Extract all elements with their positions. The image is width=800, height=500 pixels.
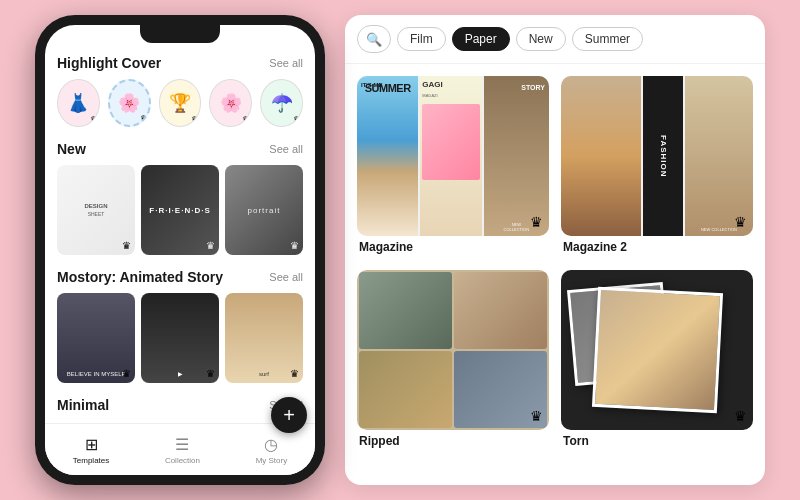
magazine-label: Magazine [357,240,549,254]
highlight-circle-3[interactable]: 🏆 ♛ [159,79,202,127]
crown-badge-anim-2: ♛ [206,368,215,379]
animated-section-header: Mostory: Animated Story See all [57,269,303,285]
animated-section-see-all[interactable]: See all [269,271,303,283]
nav-templates-label: Templates [73,456,109,465]
new-template-2[interactable]: F·R·I·E·N·D·S ♛ [141,165,219,255]
new-templates-row: DESIGN SHEET ♛ F·R·I·E·N·D·S ♛ portrait … [57,165,303,255]
templates-nav-icon: ⊞ [85,435,98,454]
magazine-crown: ♛ [530,214,543,230]
crown-icon-4: ♛ [242,115,249,124]
crown-badge-2: ♛ [206,240,215,251]
highlight-circle-5[interactable]: ☂️ ♛ [260,79,303,127]
filter-paper[interactable]: Paper [452,27,510,51]
new-section-title: New [57,141,86,157]
animated-section-title: Mostory: Animated Story [57,269,223,285]
magazine2-card[interactable]: FASHION NEW COLLECTION ♛ [561,76,753,236]
animated-row: BELIEVE IN MYSELF ♛ ▶ ♛ surf ♛ [57,293,303,383]
phone-mockup: Highlight Cover See all 👗 ♛ 🌸 ♛ 🏆 ♛ 🌸 [35,15,325,485]
crown-icon-1: ♛ [90,115,97,124]
highlight-circle-2[interactable]: 🌸 ♛ [108,79,151,127]
nav-collection-label: Collection [165,456,200,465]
phone-notch [140,25,220,43]
highlight-cover-row: 👗 ♛ 🌸 ♛ 🏆 ♛ 🌸 ♛ ☂️ ♛ [57,79,303,127]
torn-card[interactable]: ♛ [561,270,753,430]
magazine2-label: Magazine 2 [561,240,753,254]
crown-icon-3: ♛ [191,115,198,124]
fab-button[interactable]: + [271,397,307,433]
highlight-cover-title: Highlight Cover [57,55,161,71]
collection-nav-icon: ☰ [175,435,189,454]
torn-label: Torn [561,434,753,448]
nav-mystory-label: My Story [256,456,288,465]
bottom-nav: ⊞ Templates ☰ Collection ◷ My Story [45,423,315,475]
grid-item-magazine2[interactable]: FASHION NEW COLLECTION ♛ Magazine 2 [561,76,753,254]
crown-badge-3: ♛ [290,240,299,251]
crown-badge-anim-1: ♛ [122,368,131,379]
nav-templates[interactable]: ⊞ Templates [73,435,109,465]
filter-summer[interactable]: Summer [572,27,643,51]
crown-badge-anim-3: ♛ [290,368,299,379]
filter-new[interactable]: New [516,27,566,51]
ripped-crown: ♛ [530,408,543,424]
magazine-card[interactable]: IT'S ME SUMMER GAGI MAGAZI STORY NEWCOLL… [357,76,549,236]
nav-mystory[interactable]: ◷ My Story [256,435,288,465]
ripped-card[interactable]: ♛ [357,270,549,430]
torn-crown: ♛ [734,408,747,424]
new-section-see-all[interactable]: See all [269,143,303,155]
new-section-header: New See all [57,141,303,157]
phone-scroll-content[interactable]: Highlight Cover See all 👗 ♛ 🌸 ♛ 🏆 ♛ 🌸 [45,25,315,423]
highlight-circle-4[interactable]: 🌸 ♛ [209,79,252,127]
phone-screen: Highlight Cover See all 👗 ♛ 🌸 ♛ 🏆 ♛ 🌸 [45,25,315,475]
grid-row-1: IT'S ME SUMMER GAGI MAGAZI STORY NEWCOLL… [357,76,753,254]
right-panel: 🔍 Film Paper New Summer IT'S ME SUMMER G… [345,15,765,485]
template-grid[interactable]: IT'S ME SUMMER GAGI MAGAZI STORY NEWCOLL… [345,64,765,485]
crown-icon-5: ♛ [293,115,300,124]
filter-bar: 🔍 Film Paper New Summer [345,15,765,64]
mystory-nav-icon: ◷ [264,435,278,454]
crown-icon-2: ♛ [140,114,147,123]
search-icon: 🔍 [366,32,382,47]
ripped-label: Ripped [357,434,549,448]
grid-row-2: ♛ Ripped ♛ Torn [357,270,753,448]
grid-item-magazine[interactable]: IT'S ME SUMMER GAGI MAGAZI STORY NEWCOLL… [357,76,549,254]
grid-item-torn[interactable]: ♛ Torn [561,270,753,448]
search-filter-button[interactable]: 🔍 [357,25,391,53]
filter-film[interactable]: Film [397,27,446,51]
crown-badge-1: ♛ [122,240,131,251]
highlight-cover-section-header: Highlight Cover See all [57,55,303,71]
minimal-section-title: Minimal [57,397,109,413]
new-template-3[interactable]: portrait ♛ [225,165,303,255]
minimal-section-header: Minimal See all [57,397,303,413]
anim-card-1[interactable]: BELIEVE IN MYSELF ♛ [57,293,135,383]
highlight-cover-see-all[interactable]: See all [269,57,303,69]
new-template-1[interactable]: DESIGN SHEET ♛ [57,165,135,255]
magazine2-crown: ♛ [734,214,747,230]
grid-item-ripped[interactable]: ♛ Ripped [357,270,549,448]
nav-collection[interactable]: ☰ Collection [165,435,200,465]
anim-card-2[interactable]: ▶ ♛ [141,293,219,383]
anim-card-3[interactable]: surf ♛ [225,293,303,383]
highlight-circle-1[interactable]: 👗 ♛ [57,79,100,127]
